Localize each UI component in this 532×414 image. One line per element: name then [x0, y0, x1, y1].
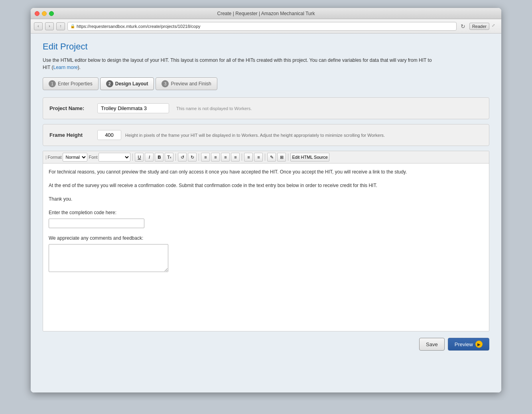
format-label: Format	[48, 155, 62, 160]
step-enter-properties[interactable]: 1 Enter Properties	[43, 77, 99, 90]
browser-window: Create | Requester | Amazon Mechanical T…	[31, 8, 501, 392]
editor-line-3: Thank you.	[49, 195, 483, 203]
bottom-actions: Save Preview ▶	[43, 331, 489, 354]
frame-height-row: Frame Height Height in pixels of the fra…	[49, 130, 483, 140]
separator-5	[265, 154, 265, 161]
step-3-label: Preview and Finish	[171, 81, 211, 87]
step-design-layout[interactable]: 2 Design Layout	[100, 77, 154, 90]
justify-button[interactable]: ≡	[231, 153, 240, 162]
image-button[interactable]: ⊞	[277, 153, 286, 162]
step-preview-finish[interactable]: 3 Preview and Finish	[156, 77, 217, 90]
titlebar: Create | Requester | Amazon Mechanical T…	[31, 8, 501, 19]
frame-height-input[interactable]	[97, 130, 121, 140]
completion-code-label: Enter the completion code here:	[49, 209, 483, 216]
separator-2	[175, 154, 176, 161]
unordered-list-button[interactable]: ≡	[254, 153, 263, 162]
project-name-row: Project Name: This name is not displayed…	[49, 103, 483, 113]
close-button[interactable]	[35, 11, 39, 16]
step-2-label: Design Layout	[115, 81, 148, 87]
bold-button[interactable]: B	[155, 153, 164, 162]
redo-button[interactable]: ↻	[188, 153, 197, 162]
step-1-circle: 1	[49, 80, 56, 87]
separator-6	[288, 154, 288, 161]
learn-more-link[interactable]: Learn more	[53, 65, 77, 70]
project-name-panel: Project Name: This name is not displayed…	[43, 97, 489, 119]
frame-height-hint: Height in pixels of the frame your HIT w…	[125, 133, 385, 138]
back-button[interactable]: ‹	[34, 22, 43, 30]
feedback-label: We appreciate any comments and feedback:	[49, 235, 483, 242]
editor-line-2: At the end of the survey you will receiv…	[49, 182, 483, 189]
reader-button[interactable]: Reader	[469, 23, 489, 30]
page-content: Edit Project Use the HTML editor below t…	[31, 34, 501, 392]
frame-height-panel: Frame Height Height in pixels of the fra…	[43, 124, 489, 146]
separator-1	[132, 154, 133, 161]
page-description: Use the HTML editor below to design the …	[43, 57, 433, 71]
underline-button[interactable]: U	[135, 153, 144, 162]
step-3-circle: 3	[162, 80, 169, 87]
project-name-input[interactable]	[97, 103, 169, 113]
font-label: Font	[89, 155, 97, 160]
ordered-list-button[interactable]: ≡	[244, 153, 253, 162]
page-title: Edit Project	[43, 41, 489, 52]
project-name-label: Project Name:	[49, 105, 93, 111]
toolbar-handle: |	[45, 155, 47, 160]
undo-button[interactable]: ↺	[178, 153, 187, 162]
editor-line-1: For technical reasons, you cannot previe…	[49, 168, 483, 175]
share-button[interactable]: ↑	[56, 22, 65, 30]
edit-html-source-button[interactable]: Edit HTML Source	[290, 153, 329, 162]
align-left-button[interactable]: ≡	[201, 153, 210, 162]
feedback-textarea[interactable]	[49, 244, 168, 272]
align-center-button[interactable]: ≡	[211, 153, 220, 162]
text-color-button[interactable]: Tx	[165, 153, 173, 162]
completion-code-input[interactable]	[49, 219, 144, 228]
preview-label: Preview	[455, 341, 473, 347]
format-select[interactable]: Normal	[63, 153, 87, 162]
window-title: Create | Requester | Amazon Mechanical T…	[217, 11, 315, 16]
steps-navigation: 1 Enter Properties 2 Design Layout 3 Pre…	[43, 77, 489, 90]
align-right-button[interactable]: ≡	[221, 153, 230, 162]
maximize-button[interactable]	[49, 11, 54, 16]
step-1-label: Enter Properties	[58, 81, 93, 87]
forward-button[interactable]: ›	[45, 22, 54, 30]
preview-arrow-icon: ▶	[475, 341, 483, 348]
lock-icon: 🔒	[70, 24, 75, 28]
font-select[interactable]	[99, 153, 130, 162]
browser-toolbar: ‹ › ↑ 🔒 https://requestersandbox.mturk.c…	[31, 19, 501, 34]
preview-button[interactable]: Preview ▶	[448, 338, 489, 351]
project-name-hint: This name is not displayed to Workers.	[176, 106, 252, 111]
editor-toolbar: | Format Normal Font U I B Tx ↺ ↻ ≡	[43, 151, 489, 164]
traffic-lights	[35, 11, 54, 16]
separator-4	[242, 154, 242, 161]
fullscreen-button[interactable]: ⤢	[492, 23, 498, 30]
url-bar[interactable]: 🔒 https://requestersandbox.mturk.com/cre…	[67, 22, 457, 31]
link-button[interactable]: ✎	[267, 153, 276, 162]
step-2-circle: 2	[106, 80, 113, 87]
editor-content-area[interactable]: For technical reasons, you cannot previe…	[43, 164, 489, 331]
minimize-button[interactable]	[42, 11, 47, 16]
separator-3	[199, 154, 199, 161]
italic-button[interactable]: I	[145, 153, 154, 162]
refresh-button[interactable]: ↻	[459, 23, 467, 30]
url-text: https://requestersandbox.mturk.com/creat…	[77, 24, 201, 29]
save-button[interactable]: Save	[419, 338, 445, 351]
html-editor-panel: | Format Normal Font U I B Tx ↺ ↻ ≡	[43, 151, 489, 331]
frame-height-label: Frame Height	[49, 132, 93, 138]
